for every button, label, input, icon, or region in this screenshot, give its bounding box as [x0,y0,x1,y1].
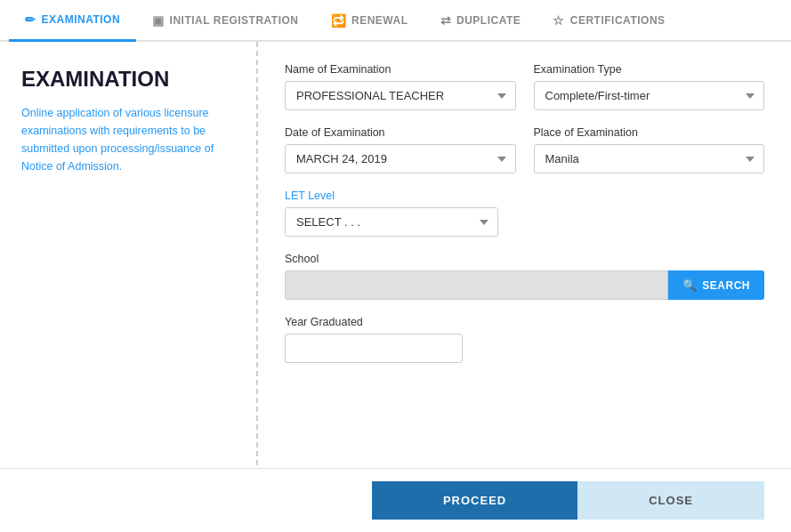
tab-renewal[interactable]: 🔁 RENEWAL [315,1,424,40]
close-button[interactable]: CLOSE [577,481,764,520]
certifications-icon: ☆ [553,13,565,28]
main-content: EXAMINATION Online application of variou… [0,42,791,528]
school-search-row: 🔍 SEARCH [285,270,764,300]
tab-duplicate[interactable]: ⇄ DUPLICATE [424,1,537,40]
tab-examination[interactable]: ✏ EXAMINATION [9,0,136,42]
tab-certifications[interactable]: ☆ CERTIFICATIONS [537,1,681,40]
exam-icon: ✏ [25,12,36,27]
form-row-5: Year Graduated [285,316,764,363]
let-level-select[interactable]: SELECT . . . [285,207,498,237]
let-level-group: LET Level SELECT . . . [285,189,764,237]
place-of-examination-label: Place of Examination [534,126,765,139]
search-icon: 🔍 [682,278,698,292]
name-of-examination-group: Name of Examination PROFESSIONAL TEACHER [285,63,516,110]
sidebar-description: Online application of various licensure … [21,104,235,175]
place-of-examination-select[interactable]: Manila [534,144,765,173]
form-row-2: Date of Examination MARCH 24, 2019 Place… [285,126,764,173]
examination-type-select[interactable]: Complete/First-timer [534,81,765,110]
renewal-icon: 🔁 [331,13,347,28]
form-row-3: LET Level SELECT . . . [285,189,764,237]
let-level-label: LET Level [285,189,764,202]
proceed-button[interactable]: PROCEED [372,481,577,520]
date-of-examination-group: Date of Examination MARCH 24, 2019 [285,126,516,173]
search-button[interactable]: 🔍 SEARCH [668,270,764,300]
school-label: School [285,253,764,265]
form-area: Name of Examination PROFESSIONAL TEACHER… [258,42,791,528]
tabs-bar: ✏ EXAMINATION ▣ INITIAL REGISTRATION 🔁 R… [0,0,791,42]
sidebar: EXAMINATION Online application of variou… [0,42,258,528]
form-row-4: School 🔍 SEARCH [285,253,764,300]
examination-type-group: Examination Type Complete/First-timer [534,63,765,110]
name-of-examination-label: Name of Examination [285,63,516,76]
sidebar-title: EXAMINATION [21,67,235,92]
date-of-examination-select[interactable]: MARCH 24, 2019 [285,144,516,173]
school-input[interactable] [285,270,668,300]
year-graduated-input[interactable] [285,334,463,363]
registration-icon: ▣ [152,13,165,28]
name-of-examination-select[interactable]: PROFESSIONAL TEACHER [285,81,516,110]
date-of-examination-label: Date of Examination [285,126,516,139]
footer: PROCEED CLOSE [0,468,791,532]
school-group: School 🔍 SEARCH [285,253,764,300]
examination-type-label: Examination Type [534,63,765,76]
year-graduated-label: Year Graduated [285,316,764,328]
place-of-examination-group: Place of Examination Manila [534,126,765,173]
form-row-1: Name of Examination PROFESSIONAL TEACHER… [285,63,764,110]
year-graduated-group: Year Graduated [285,316,764,363]
tab-initial-registration[interactable]: ▣ INITIAL REGISTRATION [136,1,314,40]
duplicate-icon: ⇄ [440,13,452,28]
